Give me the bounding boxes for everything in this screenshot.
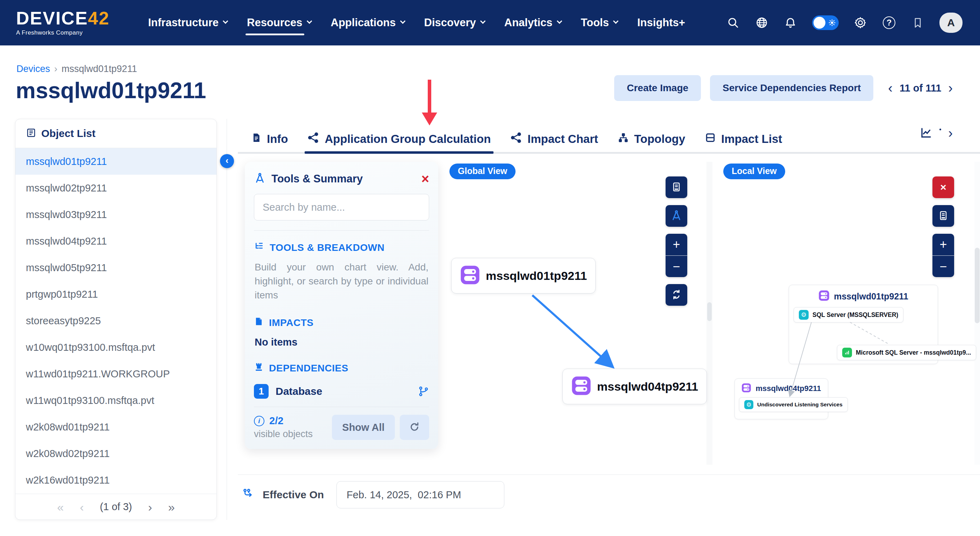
- notes-icon: [938, 210, 949, 222]
- local-view-badge: Local View: [723, 163, 785, 179]
- refresh-button[interactable]: [400, 415, 429, 440]
- bell-icon[interactable]: [783, 16, 797, 30]
- tab-application-group-calculation[interactable]: Application Group Calculation: [307, 126, 491, 152]
- create-image-button[interactable]: Create Image: [614, 75, 701, 101]
- dependency-row-database[interactable]: 1 Database: [254, 384, 429, 399]
- list-item[interactable]: prtgwp01tp9211: [15, 281, 216, 308]
- show-all-button[interactable]: Show All: [332, 415, 395, 440]
- sync-icon: [671, 289, 682, 301]
- nav-item-resources[interactable]: Resources: [247, 0, 310, 45]
- list-item[interactable]: w2k08wd02tp9211: [15, 440, 216, 467]
- nav-item-discovery[interactable]: Discovery: [424, 0, 484, 45]
- list-item[interactable]: mssqlwd02tp9211: [15, 175, 216, 201]
- brand-text: DEVICE42: [16, 9, 110, 27]
- tab-impact-chart[interactable]: Impact Chart: [510, 126, 598, 152]
- list-item[interactable]: w11wq01tp93100.msftqa.pvt: [15, 387, 216, 414]
- list-item[interactable]: mssqlwd05tp9211: [15, 254, 216, 281]
- divider: [238, 474, 980, 475]
- zoom-out-button[interactable]: −: [666, 255, 687, 277]
- local-group-header[interactable]: mssqlwd04tp9211: [735, 383, 828, 394]
- visible-objects-summary: i 2/2 visible objects: [254, 415, 313, 439]
- help-icon[interactable]: ?: [882, 16, 896, 30]
- last-page-icon[interactable]: »: [168, 501, 175, 513]
- effective-on-date-input[interactable]: [336, 481, 504, 508]
- notes-button[interactable]: [666, 176, 687, 198]
- user-avatar[interactable]: A: [939, 13, 963, 33]
- sync-button[interactable]: [666, 284, 687, 306]
- tools-breakdown-section-header[interactable]: TOOLS & BREAKDOWN: [254, 241, 429, 254]
- sun-icon: [828, 19, 836, 27]
- close-icon[interactable]: ×: [422, 172, 429, 186]
- next-page-icon[interactable]: ›: [148, 501, 152, 513]
- gear-icon[interactable]: [853, 16, 867, 30]
- tabs-scroll-right-icon[interactable]: ›: [948, 126, 953, 141]
- list-item[interactable]: w11wd01tp9211.WORKGROUP: [15, 361, 216, 387]
- tab-impact-list[interactable]: Impact List: [705, 126, 782, 152]
- list-item[interactable]: w2k08wd01tp9211: [15, 414, 216, 440]
- network-icon: [307, 132, 319, 146]
- globe-icon[interactable]: [755, 16, 769, 30]
- local-view-canvas[interactable]: Local View × + − mssqlwd01tp9211 ⚙ SQL S…: [713, 162, 980, 465]
- service-chip-sql-server[interactable]: ⚙ SQL Server (MSSQLSERVER): [794, 307, 904, 322]
- zoom-in-button[interactable]: +: [666, 234, 687, 255]
- page-scrollbar-thumb[interactable]: [975, 248, 980, 323]
- global-view-toolbar: + −: [666, 176, 687, 306]
- zoom-control: + −: [932, 234, 954, 277]
- device-node-mssqlwd04tp9211[interactable]: mssqlwd04tp9211: [562, 369, 707, 404]
- list-item[interactable]: mssqlwd04tp9211: [15, 228, 216, 254]
- service-dependencies-report-button[interactable]: Service Dependencies Report: [710, 75, 873, 101]
- tab-topology[interactable]: Topology: [618, 126, 685, 152]
- search-icon[interactable]: [726, 16, 740, 30]
- local-group-header[interactable]: mssqlwd01tp9211: [789, 290, 938, 303]
- list-item[interactable]: w2k16wd01tp9211: [15, 467, 216, 493]
- device42-logo[interactable]: DEVICE42 A Freshworks Company: [16, 9, 110, 36]
- service-chip-undiscovered-listening-services[interactable]: ⚙ Undiscovered Listening Services: [739, 397, 848, 412]
- prev-page-icon[interactable]: ‹: [80, 501, 84, 513]
- branch-icon[interactable]: [418, 386, 429, 397]
- dependency-count-badge: 1: [254, 384, 269, 399]
- pager-next-icon[interactable]: ›: [948, 81, 953, 95]
- dependencies-section-header[interactable]: DEPENDENCIES: [254, 362, 429, 374]
- effective-on-row: Effective On: [242, 481, 504, 508]
- device-node-mssqlwd01tp9211[interactable]: mssqlwd01tp9211: [451, 258, 596, 293]
- tab-overflow-dot: [939, 128, 941, 130]
- global-view-canvas[interactable]: Global View + − mssqlwd01tp9211 mssqlwd0…: [438, 162, 706, 465]
- brand-tagline: A Freshworks Company: [16, 29, 110, 36]
- close-local-view-button[interactable]: ×: [932, 176, 954, 198]
- bookmark-icon[interactable]: [911, 16, 925, 30]
- breadcrumb-devices-link[interactable]: Devices: [16, 63, 50, 75]
- tools-summary-toggle-button[interactable]: [666, 205, 687, 227]
- local-group-mssqlwd01tp9211[interactable]: mssqlwd01tp9211 ⚙ SQL Server (MSSQLSERVE…: [789, 285, 938, 364]
- server-icon: [460, 265, 480, 287]
- first-page-icon[interactable]: «: [57, 501, 64, 513]
- chart-doc-icon: [842, 348, 852, 357]
- gear-icon: ⚙: [799, 310, 809, 320]
- pager-position: 11 of 111: [900, 82, 941, 94]
- zoom-in-button[interactable]: +: [932, 234, 954, 255]
- nav-item-analytics[interactable]: Analytics: [504, 0, 561, 45]
- dependency-label: Database: [275, 385, 322, 397]
- object-list-pagination: « ‹ (1 of 3) › »: [15, 494, 216, 520]
- search-input[interactable]: [254, 194, 429, 220]
- list-item[interactable]: mssqlwd01tp9211: [15, 148, 216, 175]
- impacts-section-header[interactable]: IMPACTS: [254, 317, 429, 329]
- nav-item-tools[interactable]: Tools: [581, 0, 617, 45]
- tab-info[interactable]: Info: [251, 126, 288, 152]
- notes-button[interactable]: [932, 205, 954, 227]
- detail-tabbar: Info Application Group Calculation Impac…: [238, 126, 980, 154]
- list-item[interactable]: mssqlwd03tp9211: [15, 201, 216, 228]
- service-chip-microsoft-sql-server[interactable]: Microsoft SQL Server - mssqlwd01tp9...: [837, 345, 976, 360]
- nav-item-applications[interactable]: Applications: [331, 0, 404, 45]
- list-item[interactable]: storeeasytp9225: [15, 308, 216, 334]
- panel-scrollbar-thumb[interactable]: [707, 302, 712, 321]
- zoom-out-button[interactable]: −: [932, 255, 954, 277]
- nav-item-insights[interactable]: Insights+: [637, 0, 685, 45]
- main-nav: Infrastructure Resources Applications Di…: [148, 0, 685, 45]
- local-group-mssqlwd04tp9211[interactable]: mssqlwd04tp9211 ⚙ Undiscovered Listening…: [735, 378, 828, 419]
- nav-item-infrastructure[interactable]: Infrastructure: [148, 0, 227, 45]
- pager-prev-icon[interactable]: ‹: [888, 81, 892, 95]
- theme-toggle[interactable]: [812, 15, 839, 30]
- list-item[interactable]: w10wq01tp93100.msftqa.pvt: [15, 334, 216, 361]
- trend-chart-icon[interactable]: [920, 127, 932, 141]
- sidebar-collapse-button[interactable]: ‹: [220, 154, 234, 168]
